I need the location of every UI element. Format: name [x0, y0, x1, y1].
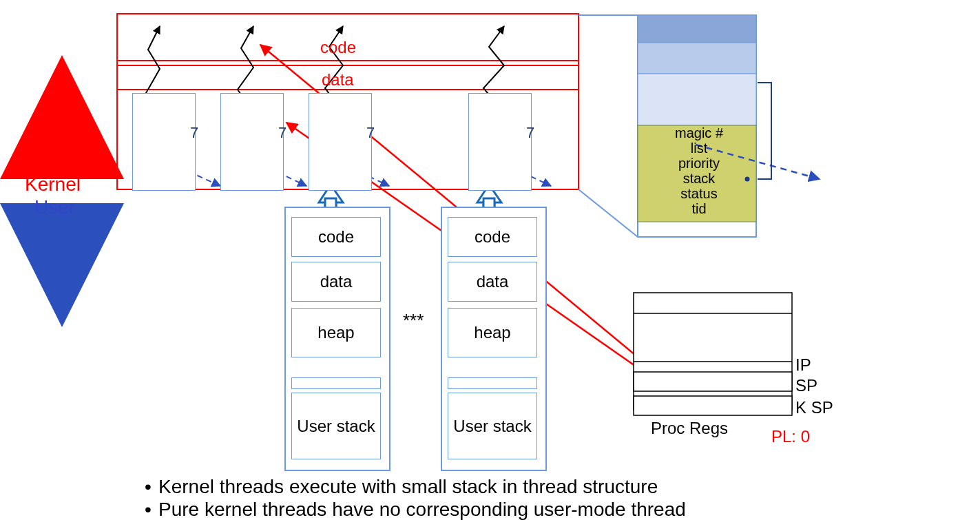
zoom-tid: tid: [654, 201, 744, 217]
zoom-magic: magic #: [654, 125, 744, 141]
proc-regs-box: [634, 293, 792, 410]
zoom-stack-dot: [745, 177, 750, 182]
kernel-data-label: data: [322, 70, 354, 90]
user1-data: data: [291, 262, 381, 302]
zoom-seg-mid: [638, 43, 756, 74]
zoom-status: status: [654, 186, 744, 202]
zoom-stack: stack: [654, 171, 744, 187]
user2-stack: User stack: [448, 393, 537, 459]
zoom-priority: priority: [654, 156, 744, 171]
user2-heap: heap: [448, 308, 537, 357]
proc-regs-sp-row: [634, 372, 792, 391]
diagram-stage: Kernel User code data 7 7 7 7 code data …: [0, 0, 980, 520]
kernel-thread-box-4: [468, 93, 532, 191]
kernel-thread-box-1: [132, 93, 196, 191]
kernel-code-label: code: [320, 38, 356, 57]
label-procregs: Proc Regs: [651, 419, 728, 438]
kernel-thread-box-2: [220, 93, 284, 191]
zoom-seg-lo: [638, 74, 756, 125]
bullet-list: •Kernel threads execute with small stack…: [145, 475, 686, 520]
bullet-1-text: Kernel threads execute with small stack …: [158, 476, 658, 497]
zoom-list: list: [654, 141, 744, 156]
zoom-seg-top: [638, 15, 756, 43]
kernel-thread-num-2: 7: [278, 124, 286, 142]
user1-heap: heap: [291, 308, 381, 357]
user2-data: data: [448, 262, 537, 302]
kernel-thread-box-3: [309, 93, 372, 191]
label-ksp: K SP: [795, 398, 833, 417]
label-sp: SP: [795, 376, 817, 395]
bullet-1: •Kernel threads execute with small stack…: [145, 475, 686, 498]
bullO-2: •Pure kernel threads have no correspondi…: [145, 498, 686, 520]
user2-code: code: [448, 217, 537, 257]
asterisks: ***: [403, 310, 424, 331]
label-pl: PL: 0: [771, 427, 810, 446]
user2-stack-top: [448, 377, 537, 389]
bullet-2-text: Pure kernel threads have no correspondin…: [158, 499, 686, 520]
kernel-thread-num-1: 7: [190, 124, 198, 142]
label-user: User: [34, 196, 75, 218]
kernel-thread-num-4: 7: [526, 124, 534, 142]
user1-stack: User stack: [291, 393, 381, 459]
label-kernel: Kernel: [25, 174, 81, 196]
label-ip: IP: [795, 355, 811, 375]
kernel-thread-num-3: 7: [366, 124, 375, 142]
user1-stack-top: [291, 377, 381, 389]
callout-line-bottom: [578, 189, 638, 237]
user1-code: code: [291, 217, 381, 257]
proc-regs-ksp-row: [634, 396, 792, 415]
